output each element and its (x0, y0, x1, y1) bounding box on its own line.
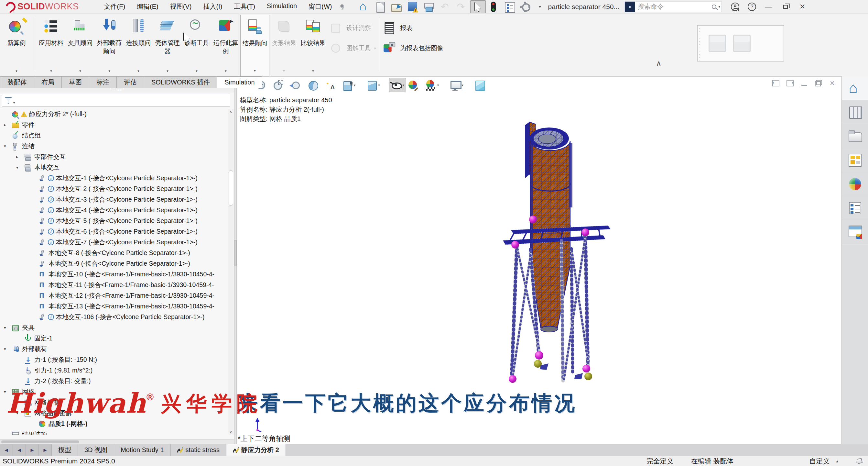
tree-horizontal-scrollbar[interactable] (0, 439, 234, 444)
graphics-viewport[interactable]: ▾ ▾ ▾ ▾ ▾ ▾ (237, 76, 841, 444)
tree-row[interactable]: ▾ ! i 外部载荷 (0, 344, 226, 354)
tab-nav-arrow[interactable]: ▶ (39, 444, 52, 456)
tree-row[interactable]: ! i 本地交互-1 (-接合<Cylcone Particle Separat… (0, 173, 226, 183)
headsup-button[interactable]: ▾ (472, 78, 490, 92)
restore-window-icon[interactable] (814, 79, 823, 87)
tree-row[interactable]: ! i 本地交互-6 (-接合<Cylcone Particle Separat… (0, 226, 226, 237)
scrollbar-thumb[interactable] (1, 440, 79, 443)
quick-toolbar-button[interactable] (422, 0, 437, 13)
tree-expander[interactable]: ▾ (16, 165, 23, 170)
tree-row[interactable]: ▾ ! i 本地交互 (0, 162, 226, 173)
tab-nav-arrow[interactable]: ◀ (0, 444, 13, 456)
chevron-down-icon[interactable]: ▾ (108, 69, 110, 73)
minimize-button[interactable]: — (762, 1, 776, 12)
tree-expander[interactable]: ▾ (4, 347, 11, 351)
chevron-down-icon[interactable]: ▾ (719, 4, 720, 9)
headsup-button[interactable]: ▾ (406, 78, 424, 92)
previous-window-icon[interactable] (772, 79, 780, 87)
ribbon-button[interactable]: 应用材料 ▾ (36, 15, 66, 76)
tree-row[interactable]: ! i 引力-1 (:9.81 m/s^2:) (0, 365, 226, 376)
ribbon-button[interactable]: 诊断工具 ▾ (182, 15, 211, 76)
task-pane-tab[interactable] (842, 172, 868, 196)
tree-row[interactable]: ! i 本地交互-11 (-接合<Frame-1/Frame-basic-1/3… (0, 280, 226, 290)
ribbon-button[interactable]: 新算例 ▾ (2, 15, 31, 76)
task-pane-tab[interactable] (842, 148, 868, 172)
chevron-down-icon[interactable]: ▾ (225, 69, 227, 73)
chevron-down-icon[interactable]: ▾ (283, 69, 285, 73)
tree-row[interactable]: ! i 本地交互-10 (-接合<Frame-1/Frame-basic-1/3… (0, 269, 226, 280)
tree-row[interactable]: ▸ ! i 零部件交互 (0, 151, 226, 162)
help-icon[interactable]: ? (745, 1, 759, 12)
document-tab[interactable]: 模型 (52, 444, 78, 456)
ribbon-row-button[interactable]: 为报表包括图像 (382, 39, 443, 58)
ribbon-button[interactable]: 壳体管理器 ▾ (153, 15, 182, 76)
chevron-down-icon[interactable]: ▾ (539, 4, 541, 9)
tree-expander[interactable]: ▸ (4, 122, 11, 127)
ribbon-button[interactable]: 夹具顾问 ▾ (66, 15, 95, 76)
tree-row[interactable]: ! i 网格控制 (0, 397, 226, 408)
chevron-down-icon[interactable]: ▾ (354, 83, 356, 87)
tree-filter-box[interactable]: ▾ (2, 94, 230, 107)
chevron-down-icon[interactable]: ▾ (166, 69, 168, 73)
chevron-up-icon[interactable]: ▴ (836, 459, 838, 463)
chevron-down-icon[interactable]: ▾ (137, 69, 140, 73)
chevron-down-icon[interactable]: ▾ (196, 69, 197, 73)
tree-row[interactable]: ! i 本地交互-2 (-接合<Cylcone Particle Separat… (0, 183, 226, 194)
scroll-up-icon[interactable]: ∧ (228, 109, 234, 115)
task-pane-tab[interactable] (842, 124, 868, 148)
headsup-button[interactable]: ▾ (271, 78, 288, 92)
chevron-down-icon[interactable]: ▾ (16, 69, 18, 73)
pin-icon[interactable] (340, 4, 346, 10)
tree-row[interactable]: ▾ ! i 连结 (0, 141, 226, 151)
headsup-button[interactable]: ▾ (340, 78, 358, 92)
tag-icon[interactable] (855, 458, 863, 464)
tree-row[interactable]: ▾ ! i 网格 (0, 386, 226, 397)
tree-row[interactable]: ▾ ! i 网格品质图解 (0, 408, 226, 418)
ribbon-button[interactable]: 结果顾问 ▾ (240, 15, 269, 76)
quick-toolbar-button[interactable] (406, 0, 421, 13)
menu-item[interactable]: 工具(T) (229, 0, 260, 13)
ribbon-button[interactable]: 外部载荷顾问 ▾ (95, 15, 124, 76)
document-tab[interactable]: static stress (171, 444, 227, 456)
tree-expander[interactable]: ▾ (16, 411, 23, 415)
headsup-button[interactable]: ▾ (323, 78, 340, 92)
next-window-icon[interactable] (786, 79, 794, 87)
scroll-down-icon[interactable]: ∨ (228, 429, 234, 435)
chevron-down-icon[interactable]: ▾ (378, 83, 380, 87)
tab-nav-arrow[interactable]: ▶ (26, 444, 39, 456)
menu-item[interactable]: Simulation (261, 0, 302, 13)
chevron-down-icon[interactable]: ▾ (462, 83, 463, 87)
tree-row[interactable]: ▾ ! i 夹具 (0, 322, 226, 333)
tree-vertical-scrollbar[interactable]: ∧ ∨ (228, 109, 234, 435)
chevron-down-icon[interactable]: ▾ (437, 83, 439, 87)
tab-nav-arrow[interactable]: ◀ (13, 444, 26, 456)
commandmanager-tab[interactable]: 评估 (117, 76, 144, 88)
menu-item[interactable]: 插入(I) (198, 0, 227, 13)
ribbon-collapse-chevron[interactable]: ∧ (656, 59, 662, 68)
status-custom[interactable]: 自定义 (809, 457, 830, 466)
tree-row[interactable]: ! i 结果选项 (0, 429, 226, 435)
search-box[interactable]: » 搜索命令 ▾ (624, 1, 721, 12)
close-button[interactable]: ✕ (795, 1, 809, 12)
restore-button[interactable] (778, 1, 793, 12)
quick-toolbar-button[interactable] (390, 0, 405, 13)
headsup-button[interactable]: ▾ (306, 78, 323, 92)
menu-item[interactable]: 文件(F) (99, 0, 131, 13)
account-icon[interactable] (728, 1, 742, 12)
tree-row[interactable]: ! i 本地交互-9 (-接合<Cylcone Particle Separat… (0, 258, 226, 269)
commandmanager-tab[interactable]: Simulation (217, 76, 262, 88)
menu-item[interactable]: 窗口(W) (303, 0, 337, 13)
ribbon-button[interactable]: 连接顾问 ▾ (124, 15, 153, 76)
chevron-down-icon[interactable]: ▾ (312, 69, 314, 73)
search-icon[interactable] (712, 4, 716, 9)
chevron-down-icon[interactable]: ▾ (374, 46, 376, 51)
ribbon-button[interactable]: 变形结果 ▾ (269, 15, 299, 76)
tree-expander[interactable]: ▾ (4, 325, 11, 330)
headsup-button[interactable]: ▾ (389, 78, 406, 92)
tree-row[interactable]: ! i 本地交互-7 (-接合<Cylcone Particle Separat… (0, 237, 226, 247)
tree-row[interactable]: ! i 力-2 (:按条目: 变量:) (0, 376, 226, 386)
ribbon-button[interactable]: 比较结果 ▾ (299, 15, 328, 76)
tree-row[interactable]: ! i 品质1 (-网格-) (0, 418, 226, 429)
commandmanager-tab[interactable]: SOLIDWORKS 插件 (144, 76, 217, 88)
quick-toolbar-button[interactable] (470, 0, 486, 13)
